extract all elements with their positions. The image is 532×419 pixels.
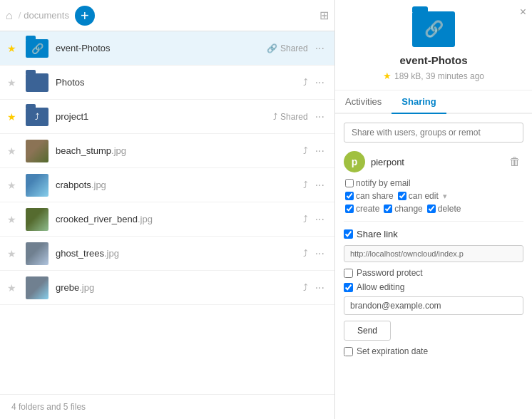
- file-name: grebe.jpg: [56, 282, 303, 293]
- list-item[interactable]: ★ ⤴ project1 ⤴ Shared ···: [0, 100, 334, 134]
- send-button[interactable]: Send: [344, 321, 391, 341]
- can-edit-checkbox[interactable]: [398, 192, 406, 200]
- allow-editing-row: Allow editing: [344, 282, 523, 292]
- list-item[interactable]: ★ Photos ⤴ ···: [0, 66, 334, 100]
- can-edit-label[interactable]: can edit: [398, 191, 439, 201]
- list-item[interactable]: ★ crabpots.jpg ⤴ ···: [0, 168, 334, 202]
- panel-meta: ★ 189 kB, 39 minutes ago: [383, 71, 484, 81]
- panel-tabs: Activities Sharing: [335, 90, 532, 114]
- password-protect-checkbox[interactable]: [344, 269, 353, 278]
- file-list-panel: ⌂ / documents + ⊞ ★ 🔗 event-Photos 🔗 Sha…: [0, 0, 335, 419]
- file-name: project1: [56, 111, 273, 122]
- share-link-checkbox[interactable]: [344, 229, 353, 239]
- close-button[interactable]: ×: [520, 6, 526, 19]
- list-item[interactable]: ★ crooked_river_bend.jpg ⤴ ···: [0, 202, 334, 237]
- add-button[interactable]: +: [75, 6, 95, 26]
- link-icon-sm: 🔗: [267, 43, 277, 53]
- divider: [344, 221, 523, 222]
- delete-label[interactable]: delete: [427, 204, 461, 214]
- file-name: crabpots.jpg: [56, 180, 303, 190]
- grid-view-icon[interactable]: ⊞: [319, 9, 329, 22]
- share-icon-sm: ⤴: [273, 112, 277, 122]
- file-name: Photos: [56, 77, 303, 88]
- set-expiration-label[interactable]: Set expiration date: [344, 346, 428, 356]
- share-search-input[interactable]: [344, 123, 523, 143]
- home-icon[interactable]: ⌂: [6, 9, 13, 22]
- folder-shared-icon: ⤴: [26, 105, 48, 128]
- more-options-button[interactable]: ···: [312, 109, 327, 125]
- password-protect-label[interactable]: Password protect: [344, 268, 423, 278]
- set-expiration-row: Set expiration date: [344, 346, 523, 356]
- share-button[interactable]: ⤴: [303, 248, 308, 259]
- change-checkbox[interactable]: [384, 205, 392, 213]
- avatar: p: [344, 151, 365, 172]
- toolbar-right: ⊞: [319, 9, 329, 22]
- more-options-button[interactable]: ···: [312, 177, 327, 193]
- share-button[interactable]: ⤴: [303, 180, 308, 190]
- notify-checkbox-label[interactable]: notify by email: [345, 178, 411, 188]
- more-options-button[interactable]: ···: [312, 246, 327, 262]
- star-icon: ★: [383, 71, 392, 81]
- create-label[interactable]: create: [345, 204, 379, 214]
- panel-header: × 🔗 event-Photos ★ 189 kB, 39 minutes ag…: [335, 0, 532, 90]
- more-options-button[interactable]: ···: [312, 41, 327, 56]
- file-list: ★ 🔗 event-Photos 🔗 Shared ··· ★ Photos ⤴…: [0, 31, 334, 394]
- list-item[interactable]: ★ grebe.jpg ⤴ ···: [0, 271, 334, 305]
- permissions-row-2: can share can edit ▾: [344, 191, 523, 201]
- share-button[interactable]: ⤴: [303, 282, 308, 293]
- permissions-row-1: notify by email: [344, 178, 523, 188]
- create-checkbox[interactable]: [345, 205, 354, 213]
- more-options-button[interactable]: ···: [312, 75, 327, 90]
- star-icon[interactable]: ★: [7, 180, 21, 191]
- list-item[interactable]: ★ 🔗 event-Photos 🔗 Shared ···: [0, 31, 334, 66]
- panel-file-name: event-Photos: [399, 54, 467, 66]
- list-item[interactable]: ★ ghost_trees.jpg ⤴ ···: [0, 237, 334, 271]
- allow-editing-checkbox[interactable]: [344, 283, 353, 292]
- user-name: pierpont: [371, 157, 506, 167]
- file-name: crooked_river_bend.jpg: [56, 214, 303, 224]
- permissions-dropdown[interactable]: ▾: [443, 192, 447, 201]
- shared-badge: ⤴ Shared: [273, 112, 308, 122]
- star-icon[interactable]: ★: [7, 77, 21, 88]
- share-button[interactable]: ⤴: [303, 214, 308, 224]
- email-input[interactable]: [344, 296, 523, 315]
- top-bar: ⌂ / documents + ⊞: [0, 0, 334, 31]
- set-expiration-checkbox[interactable]: [344, 347, 353, 356]
- file-name: event-Photos: [56, 43, 267, 53]
- star-icon[interactable]: ★: [7, 145, 21, 157]
- share-button[interactable]: ⤴: [303, 77, 308, 88]
- detail-panel: × 🔗 event-Photos ★ 189 kB, 39 minutes ag…: [335, 0, 532, 419]
- more-options-button[interactable]: ···: [312, 280, 327, 296]
- file-thumbnail: [26, 140, 48, 162]
- allow-editing-label[interactable]: Allow editing: [344, 282, 404, 292]
- folder-link-icon: 🔗: [26, 37, 48, 60]
- password-protect-row: Password protect: [344, 268, 523, 278]
- can-share-checkbox[interactable]: [345, 192, 354, 200]
- delete-checkbox[interactable]: [427, 205, 436, 213]
- folder-dark-icon: [26, 71, 48, 94]
- more-options-button[interactable]: ···: [312, 212, 327, 227]
- share-link-url-input[interactable]: [344, 245, 523, 262]
- tab-sharing[interactable]: Sharing: [392, 90, 446, 114]
- share-link-label[interactable]: Share link: [344, 229, 398, 239]
- delete-user-button[interactable]: 🗑: [506, 154, 523, 170]
- share-button[interactable]: ⤴: [303, 145, 308, 156]
- list-item[interactable]: ★ beach_stump.jpg ⤴ ···: [0, 134, 334, 168]
- shared-badge: 🔗 Shared: [267, 43, 308, 53]
- star-icon[interactable]: ★: [7, 214, 21, 225]
- panel-body: p pierpont 🗑 notify by email can share c…: [335, 114, 532, 419]
- permissions-row-3: create change delete: [344, 204, 523, 214]
- star-icon[interactable]: ★: [7, 282, 21, 294]
- file-thumbnail: [26, 276, 48, 299]
- star-icon[interactable]: ★: [7, 43, 21, 54]
- can-share-label[interactable]: can share: [345, 191, 394, 201]
- change-label[interactable]: change: [384, 204, 422, 214]
- star-icon[interactable]: ★: [7, 111, 21, 123]
- star-icon[interactable]: ★: [7, 248, 21, 259]
- notify-checkbox[interactable]: [345, 179, 354, 187]
- file-thumbnail: [26, 174, 48, 197]
- tab-activities[interactable]: Activities: [335, 90, 392, 114]
- panel-folder-icon: 🔗: [412, 11, 455, 47]
- share-link-row: Share link: [344, 229, 523, 239]
- more-options-button[interactable]: ···: [312, 143, 327, 159]
